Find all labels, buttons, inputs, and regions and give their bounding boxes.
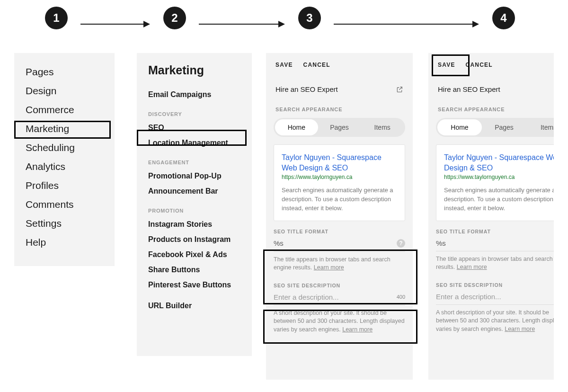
subnav-share-buttons[interactable]: Share Buttons [148,266,240,274]
nav-design[interactable]: Design [26,85,103,97]
seo-title-format-block: SEO TITLE FORMAT The title appears in br… [436,229,554,272]
cancel-button[interactable]: CANCEL [466,62,493,68]
section-search-appearance: SEARCH APPEARANCE [266,105,413,118]
seo-site-desc-note: A short description of your site. It sho… [274,309,405,334]
arrow-3-4 [334,24,478,25]
subnav-email-campaigns[interactable]: Email Campaigns [148,90,240,99]
arrow-2-3 [199,24,284,25]
seo-title-format-input[interactable] [436,239,554,247]
learn-more-link[interactable]: Learn more [342,326,373,333]
preview-desc: Search engines automatically generate a … [444,186,554,213]
subnav-products-instagram[interactable]: Products on Instagram [148,235,240,244]
nav-commerce[interactable]: Commerce [26,104,103,116]
subnav-pinterest-save[interactable]: Pinterest Save Buttons [148,281,240,289]
seo-title-format-block: SEO TITLE FORMAT ? The title appears in … [274,229,405,272]
seo-site-desc-block: SEO SITE DESCRIPTION 400 A short descrip… [274,283,405,334]
save-button[interactable]: SAVE [438,62,455,68]
seo-settings-panel-step3: SAVE CANCEL Hire an SEO Expert SEARCH AP… [266,53,413,380]
seo-title-format-label: SEO TITLE FORMAT [436,229,554,234]
seo-site-desc-label: SEO SITE DESCRIPTION [274,283,405,288]
preview-url: https://www.taylornguyen.ca [282,174,397,180]
step-indicator-row: 1 2 3 4 [0,7,568,35]
subnav-url-builder[interactable]: URL Builder [148,302,240,310]
panel-title-marketing: Marketing [148,63,240,77]
step-circle-4: 4 [492,7,515,29]
tab-items[interactable]: Items [361,119,404,135]
seo-site-desc-label: SEO SITE DESCRIPTION [436,282,554,288]
preview-desc: Search engines automatically generate a … [282,186,397,213]
hire-seo-expert-link[interactable]: Hire an SEO Expert [275,85,338,93]
seo-settings-panel-step4: SAVE CANCEL Hire an SEO Expert SEARCH AP… [428,53,554,380]
seo-site-desc-note: A short description of your site. It sho… [436,309,554,334]
search-preview-card: Taylor Nguyen - Squarespace Web Design &… [436,144,554,221]
save-button[interactable]: SAVE [275,62,293,68]
nav-analytics[interactable]: Analytics [26,161,103,172]
nav-scheduling[interactable]: Scheduling [26,142,103,153]
step-circle-1: 1 [45,7,68,29]
arrow-1-2 [80,24,149,25]
preview-title[interactable]: Taylor Nguyen - Squarespace Web Design &… [444,152,554,173]
subnav-instagram-stories[interactable]: Instagram Stories [148,220,240,229]
nav-marketing[interactable]: Marketing [26,123,103,134]
search-preview-card: Taylor Nguyen - Squarespace Web Design &… [274,144,405,221]
hire-seo-expert-link[interactable]: Hire an SEO Expert [438,85,500,93]
subnav-facebook-pixel[interactable]: Facebook Pixel & Ads [148,250,240,259]
seo-title-format-input[interactable] [274,239,393,247]
step-circle-3: 3 [298,7,321,29]
subnav-seo[interactable]: SEO [148,124,240,132]
learn-more-link[interactable]: Learn more [457,264,487,270]
section-discovery: DISCOVERY [148,111,240,117]
tab-home[interactable]: Home [275,119,318,135]
appearance-tabs: Home Pages Items [436,118,554,137]
preview-url: https://www.taylornguyen.ca [444,174,554,180]
help-icon[interactable]: ? [397,239,405,248]
seo-site-desc-input[interactable] [274,293,393,301]
nav-profiles[interactable]: Profiles [26,180,103,191]
tab-pages[interactable]: Pages [318,119,361,135]
main-nav-panel: Pages Design Commerce Marketing Scheduli… [14,53,115,266]
section-engagement: ENGAGEMENT [148,160,240,165]
learn-more-link[interactable]: Learn more [505,326,535,332]
external-link-icon [396,86,403,93]
tab-pages[interactable]: Pages [482,119,526,135]
appearance-tabs: Home Pages Items [274,118,405,137]
section-search-appearance: SEARCH APPEARANCE [428,105,554,118]
step-circle-2: 2 [163,7,186,29]
seo-title-format-note: The title appears in browser tabs and se… [436,255,554,272]
tab-items[interactable]: Items [526,119,554,135]
nav-pages[interactable]: Pages [26,66,103,78]
cancel-button[interactable]: CANCEL [303,62,330,68]
seo-site-desc-input[interactable] [436,293,554,301]
seo-title-format-note: The title appears in browser tabs and se… [274,256,405,272]
char-counter: 400 [397,294,405,300]
section-promotion: PROMOTION [148,208,240,214]
seo-title-format-label: SEO TITLE FORMAT [274,229,405,234]
learn-more-link[interactable]: Learn more [314,264,344,271]
subnav-location-management[interactable]: Location Management [148,139,240,147]
nav-comments[interactable]: Comments [26,199,103,210]
subnav-promotional-popup[interactable]: Promotional Pop-Up [148,172,240,180]
marketing-subnav-panel: Marketing Email Campaigns DISCOVERY SEO … [137,53,252,356]
subnav-announcement-bar[interactable]: Announcement Bar [148,187,240,196]
nav-help[interactable]: Help [26,237,103,248]
preview-title[interactable]: Taylor Nguyen - Squarespace Web Design &… [282,152,397,173]
seo-site-desc-block: SEO SITE DESCRIPTION A short description… [436,282,554,334]
tab-home[interactable]: Home [437,119,482,135]
nav-settings[interactable]: Settings [26,218,103,229]
